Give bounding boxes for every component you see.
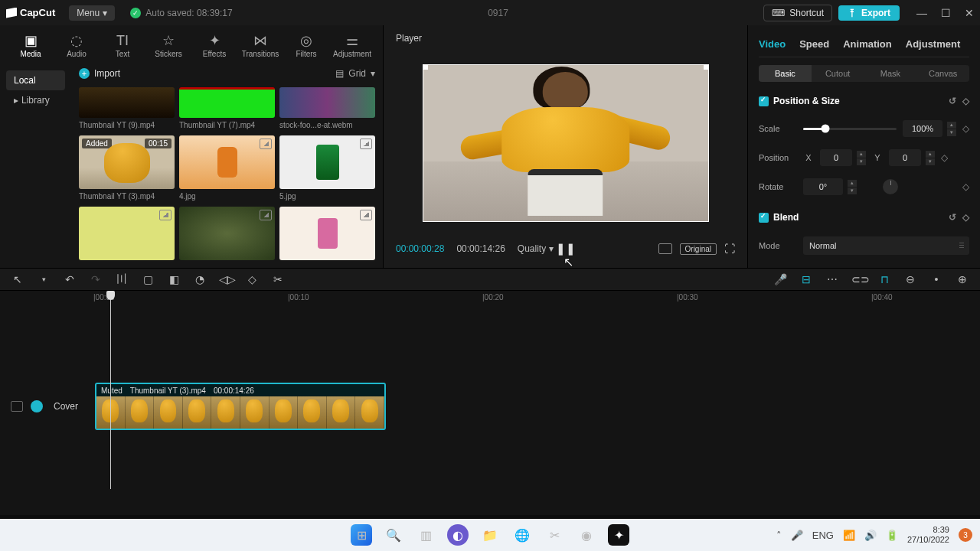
edge-icon[interactable]: 🌐 [511, 524, 533, 546]
media-item[interactable] [179, 207, 275, 260]
rotate-value[interactable]: 0° [803, 178, 843, 195]
checkbox-icon[interactable] [759, 213, 769, 223]
sidebar-item-library[interactable]: ▸Library [6, 90, 65, 110]
mirror-tool[interactable]: ◁▷ [219, 273, 233, 285]
link-icon[interactable]: ⊂⊃ [851, 273, 865, 285]
rotate-stepper[interactable]: ▴▾ [848, 180, 857, 194]
keyframe-icon[interactable]: ◇ [941, 152, 948, 163]
position-y-value[interactable]: 0 [889, 149, 921, 166]
tab-audio[interactable]: ◌Audio [54, 30, 100, 63]
taskbar-app[interactable]: ◐ [447, 524, 469, 546]
chrome-icon[interactable]: ◉ [576, 524, 597, 546]
snap-icon[interactable]: ⋯ [825, 273, 839, 285]
media-item[interactable]: stock-foo...e-at.webm [279, 87, 375, 129]
tray-mic-icon[interactable]: 🎤 [791, 530, 803, 541]
media-item[interactable] [279, 207, 375, 260]
snap-main-icon[interactable]: ⊟ [799, 273, 813, 285]
close-button[interactable]: ✕ [965, 7, 974, 19]
media-item[interactable]: 4.jpg [179, 135, 275, 201]
tab-adjustment[interactable]: Adjustment [906, 38, 961, 50]
media-item[interactable] [79, 207, 175, 260]
y-stepper[interactable]: ▴▾ [926, 151, 935, 165]
original-ratio-button[interactable]: Original [680, 243, 717, 255]
scale-slider[interactable] [803, 128, 897, 130]
redo-button[interactable]: ↷ [89, 273, 103, 285]
maximize-button[interactable]: ☐ [941, 7, 951, 19]
sidebar-item-local[interactable]: Local [6, 70, 65, 90]
tab-text[interactable]: TIText [100, 30, 145, 63]
grid-view-button[interactable]: ▤ Grid ▾ [335, 68, 375, 79]
keyframe-icon[interactable]: ◇ [962, 96, 969, 106]
media-item[interactable]: Added00:15Thumbnail YT (3).mp4 [79, 135, 175, 201]
cover-button[interactable]: Cover [51, 401, 81, 412]
file-explorer-icon[interactable]: 📁 [479, 524, 501, 546]
zoom-slider-icon[interactable]: • [929, 273, 943, 285]
x-stepper[interactable]: ▴▾ [857, 151, 866, 165]
mic-icon[interactable]: 🎤 [773, 273, 787, 285]
subtab-mask[interactable]: Mask [864, 65, 917, 82]
tray-chevron-icon[interactable]: ˄ [776, 530, 782, 541]
resize-handle[interactable] [423, 64, 428, 70]
split-tool[interactable]: 〣 [115, 272, 129, 286]
tab-transitions[interactable]: ⋈Transitions [237, 30, 283, 63]
keyframe-icon[interactable]: ◇ [962, 212, 969, 223]
notification-badge[interactable]: 3 [959, 528, 972, 542]
resize-handle[interactable] [704, 64, 709, 70]
track-mute-icon[interactable] [31, 400, 43, 412]
tab-speed[interactable]: Speed [799, 38, 829, 50]
reset-icon[interactable]: ↺ [949, 96, 956, 106]
capcut-taskbar-icon[interactable]: ✦ [608, 524, 629, 546]
magnet-icon[interactable]: ⊓ [877, 273, 891, 285]
video-frame[interactable] [423, 64, 709, 222]
speed-tool[interactable]: ◔ [193, 273, 207, 285]
task-view-button[interactable]: ▥ [415, 524, 436, 546]
shortcut-button[interactable]: ⌨ Shortcut [763, 5, 832, 21]
playhead[interactable] [110, 291, 111, 489]
scale-stepper[interactable]: ▴▾ [947, 122, 956, 136]
pointer-mode-dropdown[interactable]: ▾ [37, 276, 51, 283]
scale-value[interactable]: 100% [903, 120, 942, 137]
fullscreen-icon[interactable]: ⛶ [724, 243, 735, 255]
tab-stickers[interactable]: ☆Stickers [145, 30, 191, 63]
search-button[interactable]: 🔍 [383, 524, 404, 546]
export-button[interactable]: ⭱ Export [838, 5, 900, 21]
tab-filters[interactable]: ◎Filters [283, 30, 329, 63]
tab-media[interactable]: ▣Media [8, 30, 54, 63]
pointer-tool[interactable]: ↖ [11, 273, 24, 285]
blend-mode-select[interactable]: Normal [803, 236, 969, 255]
subtab-canvas[interactable]: Canvas [916, 65, 969, 82]
tray-battery-icon[interactable]: 🔋 [886, 530, 898, 541]
undo-button[interactable]: ↶ [63, 273, 77, 285]
crop-left-tool[interactable]: ◧ [167, 273, 181, 285]
snipping-tool-icon[interactable]: ✂ [544, 524, 565, 546]
rotate-tool[interactable]: ◇ [245, 273, 259, 285]
subtab-basic[interactable]: Basic [759, 65, 812, 82]
rotate-dial[interactable] [883, 179, 898, 194]
position-x-value[interactable]: 0 [820, 149, 852, 166]
keyframe-icon[interactable]: ◇ [962, 181, 969, 192]
video-clip[interactable]: Muted Thumbnail YT (3).mp4 00:00:14:26 [95, 383, 386, 430]
import-button[interactable]: + Import [79, 68, 120, 79]
keyframe-icon[interactable]: ◇ [962, 123, 969, 134]
tray-volume-icon[interactable]: 🔊 [864, 530, 877, 541]
media-item[interactable]: Thumbnail YT (7).mp4 [179, 87, 275, 129]
tab-effects[interactable]: ✦Effects [191, 30, 237, 63]
tray-wifi-icon[interactable]: 📶 [843, 530, 855, 541]
checkbox-icon[interactable] [759, 96, 769, 106]
start-button[interactable]: ⊞ [351, 524, 372, 546]
menu-button[interactable]: Menu ▾ [69, 5, 115, 21]
media-item[interactable]: 5.jpg [279, 135, 375, 201]
time-ruler[interactable]: |00:00 |00:10 |00:20 |00:30 |00:40 [0, 291, 980, 306]
track-visibility-icon[interactable] [11, 401, 23, 412]
minimize-button[interactable]: — [916, 7, 927, 19]
subtab-cutout[interactable]: Cutout [812, 65, 864, 82]
zoom-in-icon[interactable]: ⊕ [956, 273, 969, 285]
crop-tool[interactable]: ✂ [271, 273, 285, 285]
media-item[interactable]: Thumbnail YT (9).mp4 [79, 87, 175, 129]
clock[interactable]: 8:39 27/10/2022 [907, 525, 949, 544]
reset-icon[interactable]: ↺ [949, 212, 956, 223]
quality-dropdown[interactable]: Quality▾ [518, 243, 554, 254]
scope-icon[interactable] [658, 243, 672, 254]
delete-tool[interactable]: ▢ [141, 273, 155, 285]
tab-video[interactable]: Video [759, 38, 786, 50]
